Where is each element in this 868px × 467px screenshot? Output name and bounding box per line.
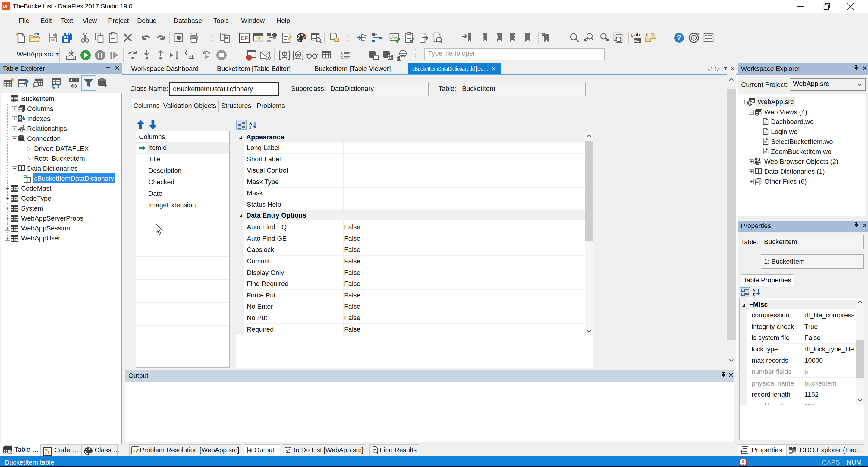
svg-text:DF: DF (3, 3, 9, 8)
svg-text:A: A (249, 121, 252, 125)
svg-text:A: A (752, 288, 755, 293)
svg-text:1: 1 (692, 36, 695, 40)
svg-text:ac: ac (634, 38, 639, 43)
svg-text:?: ? (677, 33, 681, 41)
svg-text:Z: Z (752, 293, 755, 296)
svg-text:Z: Z (249, 125, 251, 129)
svg-text:DF: DF (241, 35, 248, 41)
svg-text:A: A (70, 78, 73, 82)
svg-text:T: T (375, 56, 377, 60)
svg-text:ab: ab (634, 32, 640, 37)
svg-text:1: 1 (76, 78, 78, 82)
